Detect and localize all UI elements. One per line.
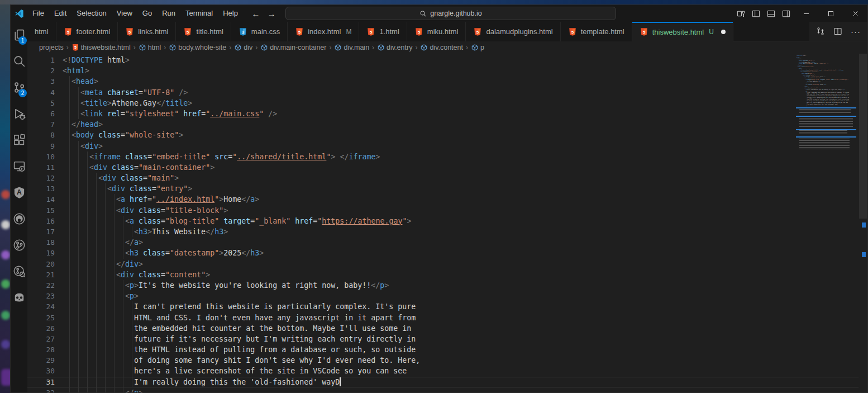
tab-main.css[interactable]: 3main.css xyxy=(231,22,288,41)
tab-template.html[interactable]: 5template.html xyxy=(561,22,632,41)
code-line-18[interactable]: 18</a> xyxy=(27,237,859,248)
breadcrumb-item[interactable]: div.main xyxy=(334,44,369,51)
code-line-4[interactable]: 4<meta charset="UTF-8" /> xyxy=(27,87,859,98)
line-number[interactable]: 21 xyxy=(27,269,55,280)
activity-godot-tools[interactable] xyxy=(11,285,27,311)
unsaved-dot-icon[interactable] xyxy=(721,30,726,34)
breadcrumb-item[interactable]: div.main-container xyxy=(260,44,326,51)
line-number[interactable]: 26 xyxy=(27,323,55,334)
toggle-secondary-sidebar-button[interactable] xyxy=(779,5,794,22)
code-line-17[interactable]: 17<h3>This Website</h3> xyxy=(27,226,859,237)
code-line-12[interactable]: 12<div class="main"> xyxy=(27,173,859,183)
line-number[interactable]: 11 xyxy=(27,162,55,173)
line-number[interactable]: 30 xyxy=(27,366,55,376)
activity-extension-a-shield[interactable]: A xyxy=(11,179,27,206)
forward-icon[interactable]: → xyxy=(266,9,276,18)
line-number[interactable]: 27 xyxy=(27,334,55,344)
code-line-8[interactable]: 8<body class="whole-site"> xyxy=(27,130,859,140)
minimap[interactable]: <!DOCTYPE html><html><head><meta charset… xyxy=(796,54,859,290)
line-number[interactable]: 15 xyxy=(27,205,55,216)
line-number[interactable]: 5 xyxy=(27,98,55,108)
code-line-29[interactable]: 29of doing some fancy shit I don't see w… xyxy=(27,355,859,366)
breadcrumb-item[interactable]: html xyxy=(139,44,161,51)
code-line-25[interactable]: 25HTML and CSS. I don't even have any ja… xyxy=(27,312,859,323)
line-number[interactable]: 20 xyxy=(27,259,55,269)
breadcrumb-item[interactable]: body.whole-site xyxy=(169,44,226,51)
breadcrumb-item[interactable]: p xyxy=(471,44,484,51)
menu-run[interactable]: Run xyxy=(157,5,180,22)
activity-gitlens[interactable] xyxy=(11,232,27,258)
code-line-20[interactable]: 20</div> xyxy=(27,259,859,269)
menu-view[interactable]: View xyxy=(112,5,137,22)
breadcrumb-item[interactable]: div.entry xyxy=(377,44,412,51)
menu-edit[interactable]: Edit xyxy=(49,5,71,22)
code-line-22[interactable]: 22<p>It's the website you're looking at … xyxy=(27,280,859,291)
code-line-15[interactable]: 15<div class="title-block"> xyxy=(27,205,859,216)
code-line-13[interactable]: 13<div class="entry"> xyxy=(27,183,859,194)
menu-selection[interactable]: Selection xyxy=(71,5,111,22)
code-line-16[interactable]: 16<a class="blog-title" target="_blank" … xyxy=(27,216,859,226)
line-number[interactable]: 6 xyxy=(27,108,55,119)
line-number[interactable]: 18 xyxy=(27,237,55,248)
tab-thiswebsite.html[interactable]: 5thiswebsite.htmlU xyxy=(632,22,733,42)
tab-html[interactable]: html xyxy=(27,22,56,41)
code-line-9[interactable]: 9<div> xyxy=(27,141,859,151)
scrollbar-thumb[interactable] xyxy=(859,54,867,219)
line-number[interactable]: 19 xyxy=(27,248,55,258)
line-number[interactable]: 29 xyxy=(27,355,55,366)
customize-layout-button[interactable] xyxy=(733,5,748,22)
line-number[interactable]: 25 xyxy=(27,312,55,323)
menu-help[interactable]: Help xyxy=(218,5,243,22)
code-line-2[interactable]: 2<html> xyxy=(27,65,859,76)
activity-gitlens-inspect[interactable] xyxy=(11,258,27,285)
code-line-6[interactable]: 6<link rel="stylesheet" href="../main.cs… xyxy=(27,108,859,119)
activity-source-control[interactable]: 2 xyxy=(11,74,27,101)
code-line-11[interactable]: 11<div class="main-container"> xyxy=(27,162,859,173)
breadcrumb-item[interactable]: div.content xyxy=(420,44,463,51)
line-number[interactable]: 14 xyxy=(27,194,55,205)
code-line-19[interactable]: 19<h3 class="datestamp">2025</h3> xyxy=(27,248,859,258)
menu-file[interactable]: File xyxy=(27,5,49,22)
line-number[interactable]: 22 xyxy=(27,280,55,291)
line-number[interactable]: 1 xyxy=(27,55,55,65)
code-line-23[interactable]: 23<p> xyxy=(27,291,859,301)
code-area[interactable]: 1<!DOCTYPE html>2<html>3<head>4<meta cha… xyxy=(27,54,859,392)
code-line-3[interactable]: 3<head> xyxy=(27,76,859,87)
code-line-14[interactable]: 14<a href="../index.html">Home</a> xyxy=(27,194,859,205)
line-number[interactable]: 4 xyxy=(27,87,55,98)
maximize-button[interactable] xyxy=(818,5,843,22)
code-line-10[interactable]: 10<iframe class="embed-title" src="../sh… xyxy=(27,151,859,162)
line-number[interactable]: 24 xyxy=(27,301,55,312)
tab-links.html[interactable]: 5links.html xyxy=(118,22,176,41)
line-number[interactable]: 28 xyxy=(27,344,55,355)
menu-terminal[interactable]: Terminal xyxy=(180,5,218,22)
breadcrumb-item[interactable]: 5thiswebsite.html xyxy=(71,44,131,51)
code-line-31[interactable]: 31I'm really doing this the 'old-fashion… xyxy=(27,377,859,387)
minimize-button[interactable] xyxy=(794,5,818,22)
tab-miku.html[interactable]: 5miku.html xyxy=(407,22,466,41)
breadcrumb-item[interactable]: projects xyxy=(39,44,64,51)
command-center-search[interactable]: gnargle.github.io xyxy=(285,7,616,20)
split-editor-button[interactable] xyxy=(833,27,842,36)
activity-explorer[interactable]: 1 xyxy=(11,22,27,48)
line-number[interactable]: 12 xyxy=(27,173,55,183)
activity-run-and-debug[interactable] xyxy=(11,101,27,127)
line-number[interactable]: 31 xyxy=(27,377,55,387)
line-number[interactable]: 17 xyxy=(27,226,55,237)
line-number[interactable]: 9 xyxy=(27,141,55,151)
toggle-primary-sidebar-button[interactable] xyxy=(748,5,764,22)
line-number[interactable]: 8 xyxy=(27,130,55,140)
scrollbar[interactable] xyxy=(859,54,867,392)
tab-title.html[interactable]: 5title.html xyxy=(176,22,231,41)
line-number[interactable]: 7 xyxy=(27,119,55,130)
close-button[interactable] xyxy=(843,5,867,22)
code-line-27[interactable]: 27future if it's necessary but I'm writi… xyxy=(27,334,859,344)
activity-github[interactable] xyxy=(11,206,27,232)
line-number[interactable]: 3 xyxy=(27,76,55,87)
activity-remote-explorer[interactable] xyxy=(11,153,27,179)
open-changes-button[interactable] xyxy=(816,27,825,36)
line-number[interactable]: 2 xyxy=(27,65,55,76)
menu-go[interactable]: Go xyxy=(137,5,157,22)
code-line-32[interactable]: 32</p> xyxy=(27,387,859,393)
line-number[interactable]: 16 xyxy=(27,216,55,226)
